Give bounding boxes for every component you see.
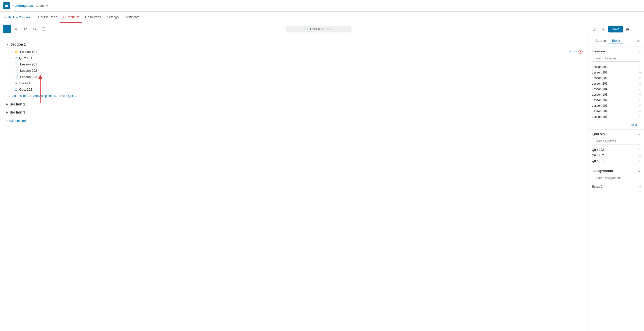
lesson-203-item: ⠿ 📄 Lesson 203 xyxy=(11,74,583,80)
panel-tab-block[interactable]: Block xyxy=(609,38,623,44)
edit-icon[interactable]: ✏ xyxy=(639,88,641,91)
external-link-button[interactable]: ⎋ xyxy=(599,25,607,33)
edit-icon[interactable]: ✏ xyxy=(639,104,641,107)
edit-icon[interactable]: ✏ xyxy=(639,71,641,74)
list-item: Lesson 203 ✏ xyxy=(592,70,641,75)
lesson-101-item: ⠿ 📁 Lesson 101 👁 ✏ ✕ xyxy=(11,48,583,55)
section-3-header[interactable]: ▶ Section 3 xyxy=(6,108,583,116)
edit-icon[interactable]: ✏ xyxy=(639,115,641,119)
lessons-section-header[interactable]: Lessons ▲ xyxy=(589,47,644,55)
lessons-search-input[interactable] xyxy=(592,55,641,62)
assignments-list: Essay 1 ✏ xyxy=(589,183,644,192)
lesson-201-item: ⠿ 📄 Lesson 201 xyxy=(11,61,583,67)
lesson-203-name: Lesson 203 xyxy=(20,75,583,79)
add-items-row: Add Lesson... or Add Assignment... or Ad… xyxy=(6,93,583,100)
add-block-button[interactable]: + xyxy=(3,25,11,33)
list-item: Lesson 201 ✏ xyxy=(592,81,641,86)
drag-handle[interactable]: ⠿ xyxy=(11,50,13,53)
edit-icon-button[interactable]: ✏ xyxy=(574,50,577,54)
sidebar-toggle-button[interactable]: ▣ xyxy=(624,25,632,33)
checkbox-icon: ☑ xyxy=(15,56,18,60)
undo-button[interactable]: ↩ xyxy=(21,25,29,33)
logo-area: m memberpress Course A xyxy=(3,2,48,9)
tab-course-page[interactable]: Course Page xyxy=(35,12,60,23)
section-3-label: Section 3 xyxy=(10,110,25,114)
more-options-button[interactable]: ⋮ xyxy=(633,25,641,33)
drag-handle[interactable]: ⠿ xyxy=(11,69,13,72)
list-view-button[interactable]: ☰ xyxy=(39,25,47,33)
back-to-courses-link[interactable]: ← Back to Courses xyxy=(4,16,30,19)
brand-name: memberpress xyxy=(12,4,33,8)
lesson-202-item: ⠿ 📄 Lesson 202 xyxy=(11,67,583,74)
section-1: ▼ Section 1 ⠿ 📁 Lesson 101 👁 ✏ ✕ xyxy=(6,40,583,100)
nav-tabs: ← Back to Courses Course Page Curriculum… xyxy=(0,12,644,23)
edit-icon[interactable]: ✏ xyxy=(639,65,641,69)
section-1-label: Section 1 xyxy=(10,42,26,46)
add-section-button[interactable]: + Add section xyxy=(6,116,26,125)
doc-icon: 📄 xyxy=(15,62,19,66)
list-item: Lesson 101 ✏ xyxy=(592,103,641,108)
next-page-link[interactable]: Next → xyxy=(631,123,641,127)
topbar: m memberpress Course A xyxy=(0,0,644,12)
section-1-items: ⠿ 📁 Lesson 101 👁 ✏ ✕ ⠿ ☑ Quiz 101 xyxy=(6,48,583,93)
edit-icon[interactable]: ✏ xyxy=(639,185,641,188)
add-lesson-link[interactable]: Add Lesson... xyxy=(11,94,29,98)
tab-curriculum[interactable]: Curriculum xyxy=(60,12,82,23)
list-item: Quiz 102 ✏ xyxy=(592,147,641,153)
desktop-view-button[interactable]: ⊡ xyxy=(590,25,598,33)
pencil-button[interactable]: ✏ xyxy=(12,25,20,33)
lesson-201-name: Lesson 201 xyxy=(20,62,583,66)
quizzes-search-input[interactable] xyxy=(592,138,641,144)
panel-close-button[interactable]: ✕ xyxy=(636,39,640,43)
edit-icon[interactable]: ✏ xyxy=(639,93,641,96)
drag-handle[interactable]: ⠿ xyxy=(11,88,13,91)
quizzes-list: Quiz 102 ✏ Quiz 202 ✏ Quiz 101 ✏ xyxy=(589,146,644,166)
edit-icon[interactable]: ✏ xyxy=(639,148,641,152)
edit-icon[interactable]: ✏ xyxy=(639,82,641,85)
section-3-arrow: ▶ xyxy=(6,111,8,114)
assignments-section-header[interactable]: Assignments ▲ xyxy=(589,166,644,175)
section-2-header[interactable]: ▶ Section 2 xyxy=(6,100,583,108)
assignments-search-input[interactable] xyxy=(592,175,641,181)
quizzes-chevron: ▲ xyxy=(638,133,640,136)
pencil-icon: ✏ xyxy=(15,81,17,85)
lessons-chevron: ▲ xyxy=(638,50,640,53)
section-3: ▶ Section 3 xyxy=(6,108,583,116)
essay-1-item: ⠿ ✏ Essay 1 xyxy=(11,80,583,86)
eye-icon-button[interactable]: 👁 xyxy=(569,50,573,54)
lessons-search xyxy=(592,55,641,62)
title-input[interactable]: 📄 Course A Ctrl+K xyxy=(286,26,351,32)
edit-icon[interactable]: ✏ xyxy=(639,154,641,157)
content-area: ▼ Section 1 ⠿ 📁 Lesson 101 👁 ✏ ✕ xyxy=(0,35,589,331)
edit-icon[interactable]: ✏ xyxy=(639,159,641,163)
quizzes-search xyxy=(592,138,641,144)
list-item: Quiz 101 ✏ xyxy=(592,158,641,164)
title-shortcut: Ctrl+K xyxy=(326,28,333,31)
checkbox-icon: ☑ xyxy=(15,88,18,91)
drag-handle[interactable]: ⠿ xyxy=(11,82,13,85)
drag-handle[interactable]: ⠿ xyxy=(11,75,13,79)
list-item: Lesson 102 ✏ xyxy=(592,97,641,103)
edit-icon[interactable]: ✏ xyxy=(639,77,641,80)
delete-icon-button[interactable]: ✕ xyxy=(578,50,583,54)
redo-button[interactable]: ↪ xyxy=(30,25,38,33)
add-quiz-link[interactable]: Add Quiz... xyxy=(62,94,77,98)
drag-handle[interactable]: ⠿ xyxy=(11,56,13,60)
tab-certificate[interactable]: Certificate xyxy=(122,12,143,23)
quizzes-section-header[interactable]: Quizzes ▲ xyxy=(589,130,644,138)
list-item: Lesson 103 ✏ xyxy=(592,92,641,97)
main-layout: ▼ Section 1 ⠿ 📁 Lesson 101 👁 ✏ ✕ xyxy=(0,35,644,331)
panel-tab-course[interactable]: Course xyxy=(592,38,609,44)
panel-header: Course Block ✕ xyxy=(589,35,644,47)
section-1-header[interactable]: ▼ Section 1 xyxy=(6,40,583,48)
edit-icon[interactable]: ✏ xyxy=(639,110,641,113)
add-assignment-link[interactable]: Add Assignment... xyxy=(33,94,58,98)
tab-resources[interactable]: Resources xyxy=(82,12,104,23)
drag-handle[interactable]: ⠿ xyxy=(11,63,13,66)
list-item: Lesson 202 ✏ xyxy=(592,75,641,81)
save-button[interactable]: Save xyxy=(608,26,623,32)
tab-settings[interactable]: Settings xyxy=(104,12,122,23)
quiz-101-name: Quiz 101 xyxy=(19,56,583,60)
folder-icon: 📁 xyxy=(15,50,19,54)
edit-icon[interactable]: ✏ xyxy=(639,99,641,102)
